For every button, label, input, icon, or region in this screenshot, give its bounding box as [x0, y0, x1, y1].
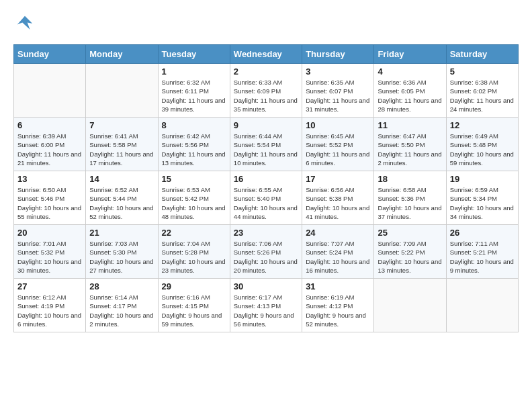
day-number: 11: [378, 120, 442, 130]
calendar-cell: 17Sunrise: 6:56 AM Sunset: 5:38 PM Dayli…: [302, 171, 374, 225]
day-info: Sunrise: 6:47 AM Sunset: 5:50 PM Dayligh…: [378, 132, 442, 167]
day-info: Sunrise: 6:53 AM Sunset: 5:42 PM Dayligh…: [162, 185, 226, 221]
day-number: 29: [162, 281, 226, 291]
calendar-table: SundayMondayTuesdayWednesdayThursdayFrid…: [13, 44, 519, 332]
day-info: Sunrise: 7:01 AM Sunset: 5:32 PM Dayligh…: [17, 239, 82, 275]
day-number: 9: [234, 120, 298, 130]
weekday-header-friday: Friday: [374, 45, 446, 64]
weekday-header-row: SundayMondayTuesdayWednesdayThursdayFrid…: [14, 45, 519, 64]
day-info: Sunrise: 6:38 AM Sunset: 6:02 PM Dayligh…: [450, 78, 515, 113]
calendar-cell: 31Sunrise: 6:19 AM Sunset: 4:12 PM Dayli…: [302, 279, 374, 332]
calendar-cell: 20Sunrise: 7:01 AM Sunset: 5:32 PM Dayli…: [14, 225, 86, 279]
day-number: 3: [306, 66, 370, 77]
calendar-cell: 2Sunrise: 6:33 AM Sunset: 6:09 PM Daylig…: [230, 64, 302, 118]
calendar-cell: 14Sunrise: 6:52 AM Sunset: 5:44 PM Dayli…: [86, 171, 158, 225]
calendar-cell: [374, 279, 446, 332]
calendar-week-row: 20Sunrise: 7:01 AM Sunset: 5:32 PM Dayli…: [14, 225, 519, 279]
day-info: Sunrise: 7:11 AM Sunset: 5:21 PM Dayligh…: [450, 239, 515, 275]
day-info: Sunrise: 6:45 AM Sunset: 5:52 PM Dayligh…: [306, 132, 370, 167]
calendar-cell: 22Sunrise: 7:04 AM Sunset: 5:28 PM Dayli…: [158, 225, 230, 279]
day-info: Sunrise: 6:33 AM Sunset: 6:09 PM Dayligh…: [234, 78, 298, 113]
day-number: 27: [17, 281, 82, 291]
calendar-cell: 12Sunrise: 6:49 AM Sunset: 5:48 PM Dayli…: [446, 118, 518, 171]
calendar-cell: 8Sunrise: 6:42 AM Sunset: 5:56 PM Daylig…: [158, 118, 230, 171]
header: [13, 13, 519, 36]
calendar-cell: 18Sunrise: 6:58 AM Sunset: 5:36 PM Dayli…: [374, 171, 446, 225]
calendar-cell: 19Sunrise: 6:59 AM Sunset: 5:34 PM Dayli…: [446, 171, 518, 225]
day-info: Sunrise: 6:36 AM Sunset: 6:05 PM Dayligh…: [378, 78, 442, 113]
calendar-week-row: 1Sunrise: 6:32 AM Sunset: 6:11 PM Daylig…: [14, 64, 519, 118]
calendar-cell: 24Sunrise: 7:07 AM Sunset: 5:24 PM Dayli…: [302, 225, 374, 279]
weekday-header-monday: Monday: [86, 45, 158, 64]
day-info: Sunrise: 6:19 AM Sunset: 4:12 PM Dayligh…: [306, 293, 370, 328]
day-number: 17: [306, 174, 370, 184]
day-number: 16: [234, 174, 298, 184]
day-info: Sunrise: 6:16 AM Sunset: 4:15 PM Dayligh…: [162, 293, 226, 328]
day-number: 8: [162, 120, 226, 130]
day-info: Sunrise: 6:12 AM Sunset: 4:19 PM Dayligh…: [17, 293, 82, 328]
svg-marker-0: [17, 16, 33, 30]
day-info: Sunrise: 7:06 AM Sunset: 5:26 PM Dayligh…: [234, 239, 298, 275]
day-info: Sunrise: 7:03 AM Sunset: 5:30 PM Dayligh…: [89, 239, 154, 275]
day-number: 22: [162, 228, 226, 238]
day-info: Sunrise: 6:17 AM Sunset: 4:13 PM Dayligh…: [234, 293, 298, 328]
day-info: Sunrise: 6:39 AM Sunset: 6:00 PM Dayligh…: [17, 132, 82, 167]
day-number: 18: [378, 174, 442, 184]
weekday-header-sunday: Sunday: [14, 45, 86, 64]
day-number: 19: [450, 174, 515, 184]
day-info: Sunrise: 6:42 AM Sunset: 5:56 PM Dayligh…: [162, 132, 226, 167]
day-info: Sunrise: 6:58 AM Sunset: 5:36 PM Dayligh…: [378, 185, 442, 221]
calendar-cell: 15Sunrise: 6:53 AM Sunset: 5:42 PM Dayli…: [158, 171, 230, 225]
calendar-cell: 26Sunrise: 7:11 AM Sunset: 5:21 PM Dayli…: [446, 225, 518, 279]
logo-bird-icon: [15, 13, 35, 34]
day-info: Sunrise: 7:04 AM Sunset: 5:28 PM Dayligh…: [162, 239, 226, 275]
calendar-cell: 10Sunrise: 6:45 AM Sunset: 5:52 PM Dayli…: [302, 118, 374, 171]
day-number: 10: [306, 120, 370, 130]
calendar-cell: 7Sunrise: 6:41 AM Sunset: 5:58 PM Daylig…: [86, 118, 158, 171]
day-info: Sunrise: 6:41 AM Sunset: 5:58 PM Dayligh…: [89, 132, 154, 167]
day-number: 5: [450, 66, 515, 77]
logo: [13, 13, 38, 36]
weekday-header-wednesday: Wednesday: [230, 45, 302, 64]
calendar-cell: 4Sunrise: 6:36 AM Sunset: 6:05 PM Daylig…: [374, 64, 446, 118]
calendar-cell: [14, 64, 86, 118]
day-info: Sunrise: 6:50 AM Sunset: 5:46 PM Dayligh…: [17, 185, 82, 221]
day-number: 12: [450, 120, 515, 130]
day-number: 20: [17, 228, 82, 238]
day-number: 31: [306, 281, 370, 291]
weekday-header-tuesday: Tuesday: [158, 45, 230, 64]
calendar-cell: 1Sunrise: 6:32 AM Sunset: 6:11 PM Daylig…: [158, 64, 230, 118]
day-info: Sunrise: 6:55 AM Sunset: 5:40 PM Dayligh…: [234, 185, 298, 221]
calendar-cell: [446, 279, 518, 332]
day-number: 4: [378, 66, 442, 77]
day-info: Sunrise: 6:52 AM Sunset: 5:44 PM Dayligh…: [89, 185, 154, 221]
day-number: 14: [89, 174, 154, 184]
day-info: Sunrise: 7:07 AM Sunset: 5:24 PM Dayligh…: [306, 239, 370, 275]
weekday-header-thursday: Thursday: [302, 45, 374, 64]
day-number: 7: [89, 120, 154, 130]
calendar-week-row: 27Sunrise: 6:12 AM Sunset: 4:19 PM Dayli…: [14, 279, 519, 332]
day-number: 21: [89, 228, 154, 238]
calendar-week-row: 13Sunrise: 6:50 AM Sunset: 5:46 PM Dayli…: [14, 171, 519, 225]
day-number: 15: [162, 174, 226, 184]
calendar-cell: 9Sunrise: 6:44 AM Sunset: 5:54 PM Daylig…: [230, 118, 302, 171]
day-info: Sunrise: 6:14 AM Sunset: 4:17 PM Dayligh…: [89, 293, 154, 328]
day-number: 6: [17, 120, 82, 130]
day-info: Sunrise: 6:44 AM Sunset: 5:54 PM Dayligh…: [234, 132, 298, 167]
day-number: 30: [234, 281, 298, 291]
day-number: 13: [17, 174, 82, 184]
day-info: Sunrise: 6:49 AM Sunset: 5:48 PM Dayligh…: [450, 132, 515, 167]
day-number: 26: [450, 228, 515, 238]
page: SundayMondayTuesdayWednesdayThursdayFrid…: [0, 0, 532, 339]
calendar-cell: 5Sunrise: 6:38 AM Sunset: 6:02 PM Daylig…: [446, 64, 518, 118]
day-info: Sunrise: 6:56 AM Sunset: 5:38 PM Dayligh…: [306, 185, 370, 221]
calendar-cell: 27Sunrise: 6:12 AM Sunset: 4:19 PM Dayli…: [14, 279, 86, 332]
day-number: 25: [378, 228, 442, 238]
day-info: Sunrise: 7:09 AM Sunset: 5:22 PM Dayligh…: [378, 239, 442, 275]
day-info: Sunrise: 6:32 AM Sunset: 6:11 PM Dayligh…: [162, 78, 226, 113]
day-number: 24: [306, 228, 370, 238]
calendar-cell: 21Sunrise: 7:03 AM Sunset: 5:30 PM Dayli…: [86, 225, 158, 279]
day-number: 2: [234, 66, 298, 77]
day-number: 23: [234, 228, 298, 238]
day-info: Sunrise: 6:59 AM Sunset: 5:34 PM Dayligh…: [450, 185, 515, 221]
